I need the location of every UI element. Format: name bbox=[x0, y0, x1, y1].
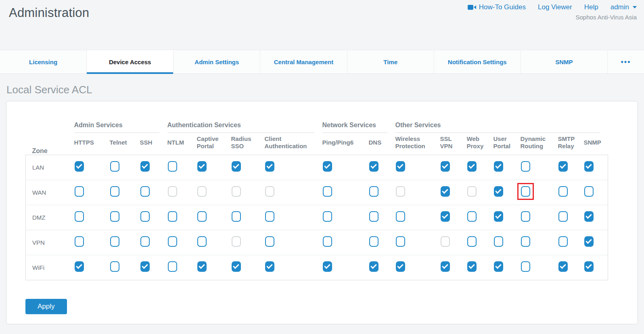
checkbox-lan-https[interactable] bbox=[75, 161, 84, 172]
checkbox-vpn-radius-sso bbox=[232, 236, 241, 247]
appliance-name: Sophos Anti-Virus Asia bbox=[468, 14, 637, 21]
checkbox-wifi-snmp[interactable] bbox=[584, 261, 594, 272]
checkbox-wan-ping-ping6[interactable] bbox=[323, 186, 332, 197]
column-header-telnet: Telnet bbox=[110, 133, 140, 155]
checkbox-wan-ssh[interactable] bbox=[140, 186, 150, 197]
checkbox-wifi-https[interactable] bbox=[75, 261, 84, 272]
checkbox-dmz-ntlm[interactable] bbox=[168, 211, 177, 222]
checkbox-dmz-ssh[interactable] bbox=[140, 211, 150, 222]
checkbox-dmz-radius-sso[interactable] bbox=[232, 211, 241, 222]
checkbox-wifi-ssl-vpn[interactable] bbox=[441, 261, 450, 272]
checkbox-wifi-user-portal[interactable] bbox=[494, 261, 503, 272]
checkbox-wan-client-authentication bbox=[265, 186, 274, 197]
checkbox-lan-client-authentication[interactable] bbox=[265, 161, 274, 172]
checkbox-lan-ntlm[interactable] bbox=[168, 161, 177, 172]
checkbox-lan-user-portal[interactable] bbox=[494, 161, 503, 172]
checkbox-vpn-telnet[interactable] bbox=[110, 236, 119, 247]
checkbox-lan-captive-portal[interactable] bbox=[197, 161, 207, 172]
checkbox-wan-dns[interactable] bbox=[369, 186, 378, 197]
checkbox-dmz-smtp-relay[interactable] bbox=[558, 211, 568, 222]
checkbox-lan-telnet[interactable] bbox=[110, 161, 119, 172]
checkbox-wan-smtp-relay[interactable] bbox=[558, 186, 568, 197]
checkbox-wifi-dns[interactable] bbox=[369, 261, 378, 272]
checkbox-wifi-ssh[interactable] bbox=[140, 261, 150, 272]
checkbox-wifi-radius-sso[interactable] bbox=[232, 261, 241, 272]
checkbox-dmz-https[interactable] bbox=[75, 211, 84, 222]
group-header-admin-services: Admin Services bbox=[74, 115, 167, 133]
checkbox-vpn-https[interactable] bbox=[75, 236, 84, 247]
checkbox-lan-ssl-vpn[interactable] bbox=[441, 161, 450, 172]
checkbox-dmz-web-proxy[interactable] bbox=[467, 211, 477, 222]
checkbox-wifi-dynamic-routing[interactable] bbox=[521, 261, 530, 272]
checkbox-wan-https[interactable] bbox=[75, 186, 84, 197]
column-header-https: HTTPS bbox=[74, 133, 110, 155]
tab-device-access[interactable]: Device Access bbox=[87, 50, 174, 74]
checkbox-vpn-dns[interactable] bbox=[369, 236, 378, 247]
checkbox-vpn-wireless-protection[interactable] bbox=[396, 236, 405, 247]
checkbox-vpn-web-proxy[interactable] bbox=[467, 236, 477, 247]
checkbox-lan-wireless-protection[interactable] bbox=[396, 161, 405, 172]
more-tabs-button[interactable]: ••• bbox=[608, 50, 644, 74]
checkbox-dmz-dns[interactable] bbox=[369, 211, 378, 222]
checkbox-dmz-client-authentication[interactable] bbox=[265, 211, 274, 222]
table-row-wifi: WiFi bbox=[26, 255, 608, 280]
highlight-box bbox=[521, 186, 530, 197]
checkbox-lan-radius-sso[interactable] bbox=[232, 161, 241, 172]
checkbox-lan-ssh[interactable] bbox=[140, 161, 150, 172]
checkbox-vpn-snmp[interactable] bbox=[584, 236, 594, 247]
checkbox-wan-dynamic-routing[interactable] bbox=[521, 186, 530, 197]
checkbox-dmz-user-portal[interactable] bbox=[494, 211, 503, 222]
checkbox-dmz-telnet[interactable] bbox=[110, 211, 119, 222]
checkbox-wifi-ntlm[interactable] bbox=[168, 261, 177, 272]
checkbox-vpn-captive-portal[interactable] bbox=[197, 236, 207, 247]
checkbox-vpn-ntlm[interactable] bbox=[168, 236, 177, 247]
checkbox-vpn-smtp-relay[interactable] bbox=[558, 236, 568, 247]
admin-menu[interactable]: admin bbox=[611, 3, 637, 11]
checkbox-dmz-snmp[interactable] bbox=[584, 211, 594, 222]
checkbox-vpn-client-authentication[interactable] bbox=[265, 236, 274, 247]
apply-button[interactable]: Apply bbox=[25, 299, 67, 314]
acl-table: Zone Admin ServicesAuthentication Servic… bbox=[25, 115, 608, 280]
checkbox-wifi-smtp-relay[interactable] bbox=[558, 261, 568, 272]
tab-snmp[interactable]: SNMP bbox=[521, 50, 608, 74]
log-viewer-link[interactable]: Log Viewer bbox=[538, 3, 572, 11]
checkbox-wifi-wireless-protection[interactable] bbox=[396, 261, 405, 272]
checkbox-dmz-dynamic-routing[interactable] bbox=[521, 211, 530, 222]
table-row-dmz: DMZ bbox=[26, 205, 608, 230]
checkbox-lan-web-proxy[interactable] bbox=[467, 161, 477, 172]
checkbox-wifi-ping-ping6[interactable] bbox=[323, 261, 332, 272]
help-link[interactable]: Help bbox=[584, 3, 598, 11]
checkbox-lan-smtp-relay[interactable] bbox=[558, 161, 568, 172]
checkbox-wan-snmp[interactable] bbox=[584, 186, 594, 197]
checkbox-lan-dynamic-routing[interactable] bbox=[521, 161, 530, 172]
checkbox-dmz-ssl-vpn[interactable] bbox=[441, 211, 450, 222]
tab-time[interactable]: Time bbox=[347, 50, 434, 74]
checkbox-wan-telnet[interactable] bbox=[110, 186, 119, 197]
checkbox-vpn-ping-ping6[interactable] bbox=[323, 236, 332, 247]
checkbox-wan-user-portal[interactable] bbox=[494, 186, 503, 197]
group-header-authentication-services: Authentication Services bbox=[167, 115, 322, 133]
checkbox-dmz-ping-ping6[interactable] bbox=[323, 211, 332, 222]
column-header-dynamic-routing: Dynamic Routing bbox=[521, 133, 558, 155]
checkbox-wan-ssl-vpn[interactable] bbox=[441, 186, 450, 197]
checkbox-lan-dns[interactable] bbox=[369, 161, 378, 172]
column-header-snmp: SNMP bbox=[584, 133, 608, 155]
checkbox-vpn-dynamic-routing[interactable] bbox=[521, 236, 530, 247]
tab-notification-settings[interactable]: Notification Settings bbox=[434, 50, 521, 74]
page-header: Administration How-To Guides Log Viewer … bbox=[0, 0, 644, 50]
checkbox-lan-ping-ping6[interactable] bbox=[323, 161, 332, 172]
checkbox-wifi-captive-portal[interactable] bbox=[197, 261, 207, 272]
checkbox-wifi-client-authentication[interactable] bbox=[265, 261, 274, 272]
checkbox-lan-snmp[interactable] bbox=[584, 161, 594, 172]
tab-central-management[interactable]: Central Management bbox=[260, 50, 347, 74]
checkbox-dmz-captive-portal[interactable] bbox=[197, 211, 207, 222]
checkbox-wifi-telnet[interactable] bbox=[110, 261, 119, 272]
tab-licensing[interactable]: Licensing bbox=[0, 50, 87, 74]
checkbox-vpn-ssh[interactable] bbox=[140, 236, 150, 247]
how-to-guides-link[interactable]: How-To Guides bbox=[468, 3, 526, 11]
tab-admin-settings[interactable]: Admin Settings bbox=[174, 50, 260, 74]
checkbox-wifi-web-proxy[interactable] bbox=[467, 261, 477, 272]
checkbox-dmz-wireless-protection[interactable] bbox=[396, 211, 405, 222]
checkbox-vpn-user-portal[interactable] bbox=[494, 236, 503, 247]
column-header-web-proxy: Web Proxy bbox=[467, 133, 493, 155]
